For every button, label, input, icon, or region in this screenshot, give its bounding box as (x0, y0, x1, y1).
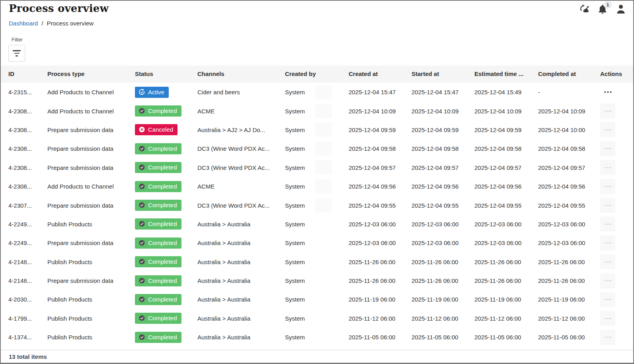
cell-estimated-time: 2025-11-05 06:00 (474, 334, 538, 341)
column-header-process-type: Process type (47, 70, 135, 77)
cell-started-at: 2025-12-03 06:00 (412, 239, 474, 246)
column-header-actions: Actions (600, 70, 633, 77)
table-row: 4-2308... Add Products to Channel (1, 101, 633, 120)
cell-actions (600, 103, 633, 119)
status-label: Completed (148, 239, 177, 247)
cell-created-by: System (285, 198, 349, 212)
table-row: 4-2308... Prepare submission data (1, 139, 633, 158)
created-by-label: System (285, 296, 305, 303)
status-label: Active (148, 88, 164, 96)
cell-id: 4-2030... (8, 296, 47, 303)
loading-placeholder (315, 179, 332, 194)
cell-completed-at: 2025-11-12 06:00 (538, 315, 600, 322)
cell-id: 4-1374... (8, 334, 47, 341)
cell-estimated-time: 2025-12-04 09:58 (474, 145, 538, 152)
cell-status: Completed (135, 275, 197, 286)
status-badge: Completed (135, 105, 181, 117)
cell-started-at: 2025-11-05 06:00 (412, 334, 474, 341)
cell-id: 4-2307... (8, 202, 47, 209)
cell-process-type: Prepare submission data (47, 164, 135, 171)
check-circle-icon (139, 239, 145, 246)
cell-completed-at: 2025-12-03 06:00 (538, 221, 600, 228)
cell-created-at: 2025-11-12 06:00 (349, 315, 412, 322)
cloud-sync-icon[interactable] (579, 4, 589, 14)
cell-estimated-time: 2025-12-04 10:09 (474, 108, 538, 115)
check-circle-icon (139, 296, 145, 303)
cell-completed-at: 2025-12-04 09:56 (538, 183, 600, 190)
loading-placeholder (315, 198, 332, 212)
cell-channels: Australia > Australia (197, 239, 285, 246)
status-badge: Completed (135, 332, 181, 343)
cell-completed-at: - (538, 89, 600, 95)
user-profile-icon[interactable] (616, 4, 626, 14)
status-badge: Completed (135, 143, 181, 154)
row-actions-menu-button-disabled (600, 330, 615, 345)
status-label: Completed (148, 296, 177, 303)
status-badge: Completed (135, 200, 181, 211)
cell-process-type: Prepare submission data (47, 239, 135, 246)
cell-channels: Australia > AJ2 > AJ Do... (197, 127, 285, 133)
cell-estimated-time: 2025-11-26 06:00 (474, 277, 538, 284)
cell-channels: Australia > Australia (197, 315, 285, 322)
cell-actions (600, 311, 633, 326)
cell-status: Completed (135, 200, 197, 211)
row-actions-menu-button-disabled (600, 141, 615, 156)
cell-created-at: 2025-12-04 15:47 (349, 89, 412, 95)
breadcrumb-dashboard-link[interactable]: Dashboard (9, 20, 38, 27)
check-circle-icon (139, 334, 145, 341)
status-label: Completed (148, 107, 177, 115)
cell-status: Completed (135, 143, 197, 154)
cell-actions (600, 330, 633, 345)
created-by-label: System (285, 183, 305, 190)
notification-count-badge: 1 (604, 1, 612, 9)
filter-label: Filter (12, 37, 23, 43)
cell-actions (600, 85, 633, 100)
status-badge: Completed (135, 275, 181, 286)
status-badge: Canceled (135, 124, 178, 135)
cell-created-by: System (285, 85, 349, 99)
filter-button[interactable] (8, 45, 25, 62)
cell-created-at: 2025-12-04 09:55 (349, 202, 412, 209)
table-row: 4-2030... Publish Products (1, 290, 633, 309)
cell-started-at: 2025-12-04 10:09 (412, 108, 474, 115)
cell-channels: DC3 (Wine Word PDX Ac... (197, 145, 285, 152)
cell-started-at: 2025-11-26 06:00 (412, 277, 474, 284)
cell-id: 4-2148... (8, 277, 47, 284)
cell-created-by: System (285, 142, 349, 156)
cell-process-type: Add Products to Channel (47, 89, 135, 95)
table-row: 4-2148... Publish Products (1, 253, 633, 271)
cell-created-by: System (285, 160, 349, 175)
cell-started-at: 2025-11-26 06:00 (412, 259, 474, 265)
row-actions-menu-button[interactable] (600, 85, 615, 100)
cell-channels: DC3 (Wine Word PDX Ac... (197, 202, 285, 209)
cell-actions (600, 160, 633, 175)
cell-created-by: System (285, 296, 349, 303)
notifications-bell-icon[interactable]: 1 (597, 4, 608, 14)
cell-estimated-time: 2025-11-12 06:00 (474, 315, 538, 322)
row-actions-menu-button-disabled (600, 122, 615, 137)
status-badge: Completed (135, 162, 181, 173)
loading-placeholder (315, 104, 332, 118)
created-by-label: System (285, 334, 305, 341)
created-by-label: System (285, 259, 305, 265)
cell-status: Active (135, 87, 197, 98)
column-header-estimated-time: Estimated time ... (474, 70, 538, 77)
cell-process-type: Prepare submission data (47, 277, 135, 284)
cell-id: 4-2308... (8, 145, 47, 152)
cell-channels: Australia > Australia (197, 221, 285, 228)
check-circle-icon (139, 220, 145, 227)
status-label: Completed (148, 145, 177, 152)
cell-created-by: System (285, 104, 349, 118)
table-row: 4-2307... Prepare submission data (1, 196, 633, 214)
x-circle-icon (139, 126, 145, 133)
cell-id: 4-2308... (8, 183, 47, 190)
cell-process-type: Prepare submission data (47, 127, 135, 133)
status-badge: Completed (135, 181, 181, 192)
cell-created-at: 2025-11-26 06:00 (349, 259, 412, 265)
row-actions-menu-button-disabled (600, 292, 615, 307)
check-circle-icon (139, 164, 145, 171)
created-by-label: System (285, 89, 305, 95)
cell-estimated-time: 2025-11-26 06:00 (474, 259, 538, 265)
created-by-label: System (285, 221, 305, 228)
cell-estimated-time: 2025-12-04 09:55 (474, 202, 538, 209)
